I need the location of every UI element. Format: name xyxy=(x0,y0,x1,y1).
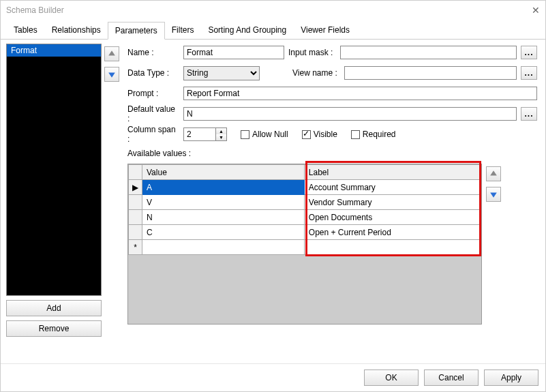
parameter-item-format[interactable]: Format xyxy=(7,44,101,57)
grid-empty-area xyxy=(128,255,481,324)
tab-filters[interactable]: Filters xyxy=(164,21,202,39)
parameter-list[interactable]: Format xyxy=(6,44,102,296)
viewname-input[interactable] xyxy=(344,66,517,80)
required-label: Required xyxy=(363,130,396,139)
column-label-header[interactable]: Label xyxy=(304,165,481,180)
dialog-footer: OK Cancel Apply xyxy=(1,363,545,391)
tab-parameters[interactable]: Parameters xyxy=(108,22,165,40)
prompt-input[interactable] xyxy=(183,87,537,100)
table-new-row[interactable]: * xyxy=(129,240,481,255)
available-values-label: Available values : xyxy=(127,149,537,158)
column-value-header[interactable]: Value xyxy=(142,165,305,180)
ok-button[interactable]: OK xyxy=(364,370,419,386)
table-row[interactable]: V Vendor Summary xyxy=(129,195,481,210)
remove-button[interactable]: Remove xyxy=(6,320,102,337)
move-down-button[interactable] xyxy=(104,67,119,82)
required-checkbox[interactable]: Required xyxy=(351,130,396,139)
default-ellipsis-button[interactable]: ... xyxy=(521,107,537,121)
colspan-down-icon[interactable]: ▼ xyxy=(216,134,226,140)
viewname-ellipsis-button[interactable]: ... xyxy=(521,66,537,80)
viewname-label: View name : xyxy=(292,68,340,78)
default-label: Default value : xyxy=(127,104,179,123)
colspan-input[interactable] xyxy=(183,127,216,141)
allow-null-label: Allow Null xyxy=(252,130,288,139)
window-title: Schema Builder xyxy=(6,5,64,15)
colspan-up-icon[interactable]: ▲ xyxy=(216,128,226,134)
tab-relationships[interactable]: Relationships xyxy=(44,21,108,39)
default-value-input[interactable] xyxy=(183,107,517,121)
new-row-icon: * xyxy=(129,240,142,255)
tab-viewer-fields[interactable]: Viewer Fields xyxy=(293,21,357,39)
row-selector-icon: ▶ xyxy=(129,180,142,195)
cancel-button[interactable]: Cancel xyxy=(424,370,479,386)
move-up-button[interactable] xyxy=(104,46,119,61)
input-mask-label: Input mask : xyxy=(288,48,336,57)
grid-move-up-button[interactable] xyxy=(486,166,501,181)
input-mask-ellipsis-button[interactable]: ... xyxy=(521,46,537,59)
right-column: Name : Input mask : ... Data Type : Stri… xyxy=(127,44,540,361)
prompt-label: Prompt : xyxy=(127,89,179,98)
tab-sorting-grouping[interactable]: Sorting And Grouping xyxy=(200,21,294,39)
visible-label: Visible xyxy=(314,130,337,139)
name-label: Name : xyxy=(127,48,179,57)
table-row[interactable]: N Open Documents xyxy=(129,210,481,225)
visible-checkbox[interactable]: Visible xyxy=(302,130,337,139)
datatype-label: Data Type : xyxy=(127,68,179,78)
add-button[interactable]: Add xyxy=(6,300,102,316)
table-row[interactable]: ▶ A Account Summary xyxy=(129,180,481,195)
schema-builder-window: Schema Builder ✕ Tables Relationships Pa… xyxy=(0,0,546,392)
input-mask-input[interactable] xyxy=(340,46,517,59)
available-values-grid[interactable]: Value Label ▶ A Account Summary xyxy=(127,164,482,325)
titlebar: Schema Builder ✕ xyxy=(1,1,545,20)
name-input[interactable] xyxy=(183,46,284,59)
tab-bar: Tables Relationships Parameters Filters … xyxy=(1,21,545,40)
left-column: Format Add Remove xyxy=(6,44,123,361)
colspan-label: Column span : xyxy=(127,125,179,144)
table-row[interactable]: C Open + Current Period xyxy=(129,225,481,240)
grid-corner xyxy=(129,165,142,180)
apply-button[interactable]: Apply xyxy=(484,370,539,386)
tab-tables[interactable]: Tables xyxy=(6,21,45,39)
allow-null-checkbox[interactable]: Allow Null xyxy=(241,130,288,139)
datatype-select[interactable]: String xyxy=(183,66,260,80)
close-icon[interactable]: ✕ xyxy=(532,5,540,16)
content-area: Format Add Remove Name : xyxy=(1,40,545,363)
grid-move-down-button[interactable] xyxy=(486,187,501,202)
